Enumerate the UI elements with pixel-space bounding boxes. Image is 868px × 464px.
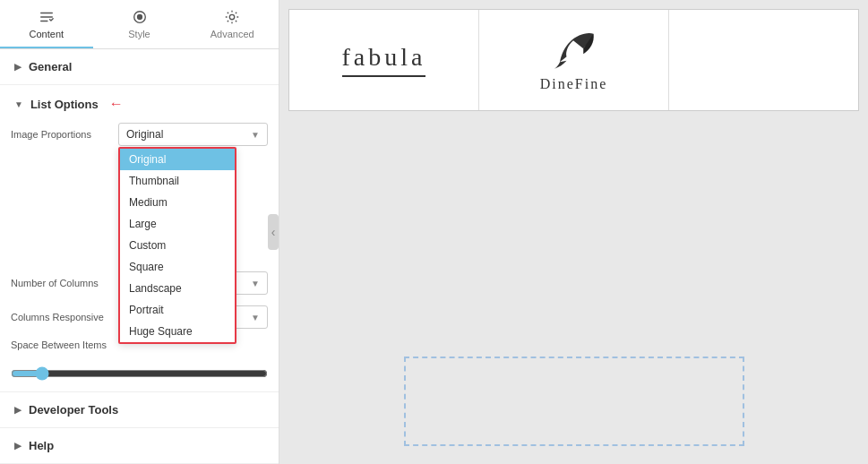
svg-point-2: [229, 14, 234, 19]
list-options-section: ▼ List Options ← Image Proportions Origi…: [0, 85, 279, 392]
dinefine-text: DineFine: [540, 76, 608, 92]
dropdown-item-medium[interactable]: Medium: [120, 192, 235, 213]
grid-cell-fabula: fabula: [289, 10, 479, 110]
list-options-arrow-indicator: ←: [109, 96, 124, 112]
dropdown-list: Original Thumbnail Medium Large Custom S…: [118, 147, 236, 344]
developer-tools-section: ▶ Developer Tools: [0, 392, 279, 428]
responsive-arrow-icon: ▼: [251, 313, 260, 322]
space-between-label: Space Between Items: [11, 339, 118, 350]
tab-content[interactable]: Content: [0, 0, 93, 48]
general-label: General: [29, 60, 72, 73]
columns-responsive-label: Columns Responsive: [11, 312, 118, 322]
dropdown-item-landscape[interactable]: Landscape: [120, 278, 235, 299]
fabula-logo: fabula: [342, 43, 426, 77]
developer-tools-header[interactable]: ▶ Developer Tools: [0, 392, 279, 427]
list-options-content: Image Proportions Original ▼ Original Th…: [0, 123, 279, 391]
content-grid: fabula DineFine: [288, 9, 859, 111]
dinefine-logo-wrap: DineFine: [540, 28, 608, 92]
help-section: ▶ Help: [0, 428, 279, 464]
dropdown-item-portrait[interactable]: Portrait: [120, 299, 235, 321]
dropdown-item-huge-square[interactable]: Huge Square: [120, 321, 235, 342]
dropdown-item-large[interactable]: Large: [120, 213, 235, 235]
tab-style[interactable]: Style: [93, 0, 186, 48]
grid-row-1: fabula DineFine: [289, 10, 858, 110]
dropdown-item-original[interactable]: Original: [120, 149, 235, 170]
panel-resize-handle[interactable]: [268, 214, 279, 250]
tabs: Content Style Advanced: [0, 0, 279, 49]
tab-advanced[interactable]: Advanced: [185, 0, 279, 48]
dropdown-item-custom[interactable]: Custom: [120, 235, 235, 256]
image-proportions-label: Image Proportions: [11, 129, 118, 140]
general-chevron: ▶: [14, 62, 21, 72]
dev-tools-chevron: ▶: [14, 405, 21, 415]
dropdown-selected-value: Original: [126, 128, 163, 141]
help-section-header[interactable]: ▶ Help: [0, 428, 279, 463]
left-panel: Content Style Advanced ▶ General ▼ List: [0, 0, 279, 464]
grid-cell-empty-1: [669, 10, 858, 110]
general-section-header[interactable]: ▶ General: [0, 49, 279, 84]
dashed-placeholder: [404, 357, 744, 446]
image-proportions-control: Original ▼ Original Thumbnail Medium Lar…: [118, 123, 268, 146]
columns-arrow-icon: ▼: [251, 279, 260, 288]
dinefine-bird-icon: [546, 28, 600, 73]
image-proportions-dropdown[interactable]: Original ▼: [118, 123, 268, 146]
list-options-chevron: ▼: [14, 99, 23, 109]
developer-tools-label: Developer Tools: [29, 403, 118, 417]
tab-style-label: Style: [128, 29, 150, 39]
list-options-header[interactable]: ▼ List Options ←: [0, 85, 279, 123]
space-between-slider[interactable]: [11, 366, 268, 381]
general-section: ▶ General: [0, 49, 279, 85]
grid-cell-dinefine: DineFine: [479, 10, 669, 110]
help-chevron: ▶: [14, 441, 21, 451]
dropdown-arrow-icon: ▼: [251, 130, 260, 140]
svg-point-1: [136, 14, 142, 20]
dropdown-item-thumbnail[interactable]: Thumbnail: [120, 170, 235, 192]
right-panel: fabula DineFine: [279, 0, 868, 464]
dropdown-item-square[interactable]: Square: [120, 256, 235, 278]
list-options-label: List Options: [30, 98, 99, 111]
tab-advanced-label: Advanced: [211, 29, 254, 39]
help-label: Help: [29, 439, 54, 452]
space-between-slider-row: [11, 361, 268, 381]
number-of-columns-label: Number of Columns: [11, 278, 118, 288]
image-proportions-row: Image Proportions Original ▼ Original Th…: [11, 123, 268, 146]
tab-content-label: Content: [30, 29, 64, 39]
